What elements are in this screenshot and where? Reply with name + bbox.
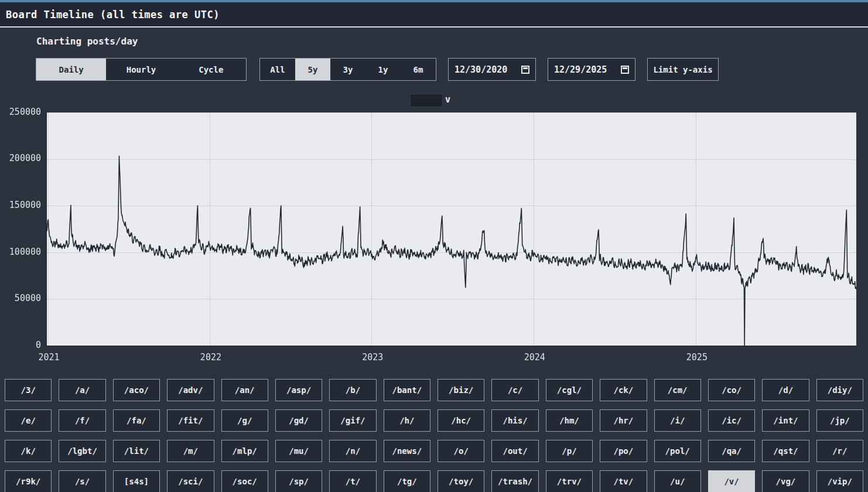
range-option-5y[interactable]: 5y [295, 59, 330, 80]
board-button-trv[interactable]: /trv/ [546, 470, 593, 492]
board-button-m[interactable]: /m/ [167, 440, 214, 462]
board-button-out[interactable]: /out/ [491, 440, 538, 462]
board-button-s4s[interactable]: [s4s] [113, 470, 160, 492]
board-button-int[interactable]: /int/ [762, 409, 809, 432]
board-button-his[interactable]: /his/ [491, 409, 538, 432]
board-button-b[interactable]: /b/ [329, 379, 376, 401]
granularity-option-hourly[interactable]: Hourly [106, 59, 176, 80]
board-button-tv[interactable]: /tv/ [600, 470, 647, 492]
board-button-s[interactable]: /s/ [59, 470, 105, 492]
board-button-fit[interactable]: /fit/ [167, 409, 214, 432]
granularity-toggle-group: DailyHourlyCycle [36, 58, 247, 81]
board-button-mu[interactable]: /mu/ [275, 440, 322, 462]
date-to-input[interactable]: 12/29/2025 [548, 58, 635, 81]
board-button-n[interactable]: /n/ [329, 440, 376, 462]
board-button-hc[interactable]: /hc/ [438, 409, 484, 432]
board-button-cgl[interactable]: /cgl/ [546, 379, 593, 401]
board-button-lgbt[interactable]: /lgbt/ [59, 440, 105, 462]
window-header: Board Timeline (all times are UTC) [0, 2, 868, 28]
board-button-toy[interactable]: /toy/ [438, 470, 484, 492]
board-button-r[interactable]: /r/ [816, 440, 863, 462]
board-button-qa[interactable]: /qa/ [708, 440, 755, 462]
board-button-asp[interactable]: /asp/ [275, 379, 322, 401]
board-button-r9k[interactable]: /r9k/ [5, 470, 52, 492]
board-button-qst[interactable]: /qst/ [762, 440, 809, 462]
board-button-biz[interactable]: /biz/ [438, 379, 484, 401]
calendar-icon[interactable] [521, 66, 529, 74]
board-button-3[interactable]: /3/ [5, 379, 52, 401]
board-button-adv[interactable]: /adv/ [167, 379, 214, 401]
board-button-gd[interactable]: /gd/ [275, 409, 322, 432]
page-title: Board Timeline (all times are UTC) [6, 9, 220, 20]
board-button-a[interactable]: /a/ [59, 379, 105, 401]
board-button-mlp[interactable]: /mlp/ [221, 440, 268, 462]
board-button-diy[interactable]: /diy/ [816, 379, 863, 401]
board-button-jp[interactable]: /jp/ [816, 409, 863, 432]
board-select-value: v [445, 94, 450, 105]
board-button-u[interactable]: /u/ [654, 470, 701, 492]
board-button-ck[interactable]: /ck/ [600, 379, 647, 401]
range-option-1y[interactable]: 1y [365, 59, 401, 80]
date-from-value: 12/30/2020 [454, 64, 507, 75]
board-button-vg[interactable]: /vg/ [762, 470, 809, 492]
board-button-cm[interactable]: /cm/ [654, 379, 701, 401]
board-button-bant[interactable]: /bant/ [384, 379, 430, 401]
range-option-all[interactable]: All [260, 59, 295, 80]
board-button-sp[interactable]: /sp/ [275, 470, 322, 492]
posts-per-day-chart [0, 108, 868, 375]
board-button-ic[interactable]: /ic/ [708, 409, 755, 432]
chart-subtitle: Charting posts/day [36, 36, 138, 47]
board-button-f[interactable]: /f/ [59, 409, 105, 432]
board-button-fa[interactable]: /fa/ [113, 409, 160, 432]
board-button-p[interactable]: /p/ [546, 440, 593, 462]
board-button-v[interactable]: /v/ [708, 470, 755, 492]
board-button-grid: /3//a//aco//adv//an//asp//b//bant//biz//… [5, 379, 863, 492]
board-button-h[interactable]: /h/ [384, 409, 430, 432]
board-button-tg[interactable]: /tg/ [384, 470, 430, 492]
board-button-lit[interactable]: /lit/ [113, 440, 160, 462]
board-button-hm[interactable]: /hm/ [546, 409, 593, 432]
board-button-gif[interactable]: /gif/ [329, 409, 376, 432]
granularity-option-cycle[interactable]: Cycle [176, 59, 246, 80]
granularity-option-daily[interactable]: Daily [36, 59, 106, 80]
date-from-input[interactable]: 12/30/2020 [448, 58, 536, 81]
board-button-vip[interactable]: /vip/ [816, 470, 863, 492]
board-button-g[interactable]: /g/ [221, 409, 268, 432]
board-button-e[interactable]: /e/ [5, 409, 52, 432]
board-button-trash[interactable]: /trash/ [491, 470, 538, 492]
board-button-po[interactable]: /po/ [600, 440, 647, 462]
range-toggle-group: All5y3y1y6m [259, 58, 436, 81]
board-button-aco[interactable]: /aco/ [113, 379, 160, 401]
board-button-o[interactable]: /o/ [438, 440, 484, 462]
board-button-k[interactable]: /k/ [5, 440, 52, 462]
limit-y-axis-button[interactable]: Limit y-axis [647, 58, 719, 81]
board-button-hr[interactable]: /hr/ [600, 409, 647, 432]
board-button-c[interactable]: /c/ [491, 379, 538, 401]
board-button-news[interactable]: /news/ [384, 440, 430, 462]
board-button-co[interactable]: /co/ [708, 379, 755, 401]
board-button-d[interactable]: /d/ [762, 379, 809, 401]
range-option-3y[interactable]: 3y [330, 59, 365, 80]
date-to-value: 12/29/2025 [554, 64, 607, 75]
board-button-an[interactable]: /an/ [221, 379, 268, 401]
board-button-i[interactable]: /i/ [654, 409, 701, 432]
board-button-soc[interactable]: /soc/ [221, 470, 268, 492]
board-button-sci[interactable]: /sci/ [167, 470, 214, 492]
range-option-6m[interactable]: 6m [401, 59, 436, 80]
board-button-t[interactable]: /t/ [329, 470, 376, 492]
calendar-icon[interactable] [621, 66, 629, 74]
board-button-pol[interactable]: /pol/ [654, 440, 701, 462]
board-select-dropdown[interactable] [410, 94, 443, 107]
